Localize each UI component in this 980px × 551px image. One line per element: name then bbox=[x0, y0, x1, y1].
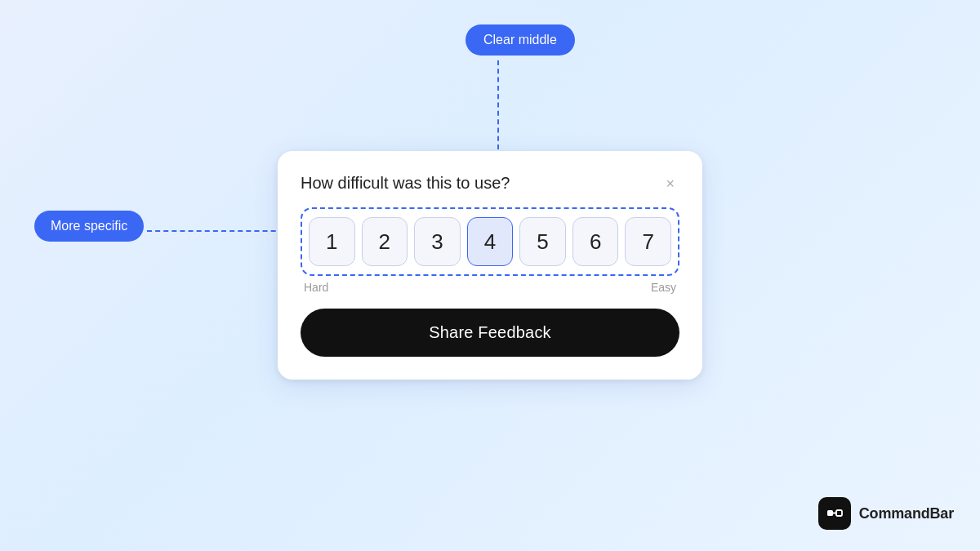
commandbar-branding: CommandBar bbox=[818, 497, 954, 530]
svg-rect-0 bbox=[827, 510, 833, 516]
commandbar-icon bbox=[818, 497, 851, 530]
rating-group: 1 2 3 4 5 6 7 bbox=[301, 207, 679, 276]
rating-button-2[interactable]: 2 bbox=[362, 217, 408, 266]
rating-button-7[interactable]: 7 bbox=[625, 217, 671, 266]
share-feedback-button[interactable]: Share Feedback bbox=[301, 309, 679, 357]
rating-button-1[interactable]: 1 bbox=[309, 217, 355, 266]
svg-rect-1 bbox=[836, 510, 842, 516]
rating-button-3[interactable]: 3 bbox=[414, 217, 461, 266]
more-specific-pill: More specific bbox=[34, 211, 144, 242]
clear-middle-pill: Clear middle bbox=[466, 24, 575, 56]
label-easy: Easy bbox=[651, 281, 676, 294]
rating-button-5[interactable]: 5 bbox=[519, 217, 566, 266]
close-button[interactable]: × bbox=[661, 175, 679, 193]
feedback-widget: How difficult was this to use? × 1 2 3 4… bbox=[278, 151, 702, 380]
label-hard: Hard bbox=[304, 281, 328, 294]
widget-header: How difficult was this to use? × bbox=[301, 174, 679, 193]
widget-title: How difficult was this to use? bbox=[301, 174, 510, 193]
more-specific-label: More specific bbox=[51, 219, 127, 233]
clear-middle-label: Clear middle bbox=[483, 33, 557, 47]
rating-labels: Hard Easy bbox=[301, 281, 679, 294]
commandbar-name: CommandBar bbox=[859, 505, 954, 522]
rating-button-6[interactable]: 6 bbox=[572, 217, 619, 266]
rating-button-4[interactable]: 4 bbox=[467, 217, 514, 266]
